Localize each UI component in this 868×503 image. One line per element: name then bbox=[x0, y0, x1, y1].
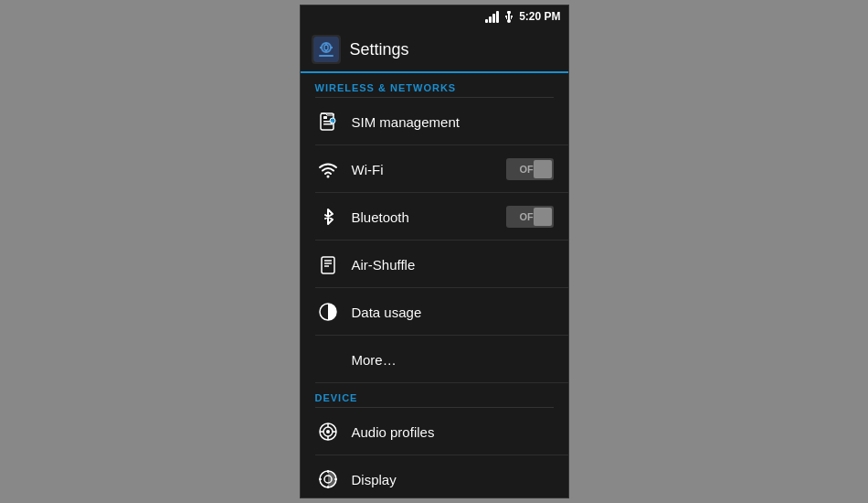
wifi-icon bbox=[315, 156, 341, 182]
status-time: 5:20 PM bbox=[519, 10, 560, 23]
menu-item-wifi[interactable]: Wi-Fi OFF bbox=[301, 145, 568, 193]
svg-point-2 bbox=[507, 19, 511, 23]
svg-rect-6 bbox=[511, 16, 512, 19]
air-shuffle-icon bbox=[315, 252, 341, 277]
menu-item-display[interactable]: Display bbox=[301, 455, 568, 498]
menu-item-more[interactable]: More… bbox=[301, 336, 568, 383]
menu-item-audio-profiles[interactable]: Audio profiles bbox=[301, 408, 568, 455]
svg-text:+: + bbox=[330, 119, 333, 124]
section-header-wireless: WIRELESS & NETWORKS bbox=[301, 73, 568, 97]
svg-rect-12 bbox=[330, 47, 333, 48]
svg-rect-11 bbox=[320, 47, 323, 48]
signal-icon bbox=[485, 10, 499, 23]
air-shuffle-label: Air-Shuffle bbox=[352, 257, 554, 273]
menu-item-air-shuffle[interactable]: Air-Shuffle bbox=[301, 241, 568, 288]
svg-rect-1 bbox=[508, 14, 510, 20]
svg-rect-22 bbox=[322, 257, 334, 273]
wifi-label: Wi-Fi bbox=[352, 162, 506, 177]
data-usage-label: Data usage bbox=[352, 305, 554, 320]
audio-profiles-label: Audio profiles bbox=[352, 424, 554, 440]
bluetooth-label: Bluetooth bbox=[352, 209, 506, 225]
menu-item-data-usage[interactable]: Data usage bbox=[301, 288, 568, 336]
display-label: Display bbox=[352, 472, 554, 487]
more-label: More… bbox=[352, 352, 554, 368]
svg-rect-5 bbox=[506, 16, 507, 19]
section-header-device: DEVICE bbox=[301, 383, 568, 407]
data-usage-icon bbox=[315, 299, 341, 325]
audio-profiles-icon bbox=[315, 419, 341, 444]
svg-point-21 bbox=[326, 176, 329, 178]
svg-rect-0 bbox=[507, 11, 511, 14]
svg-point-33 bbox=[326, 430, 330, 433]
svg-rect-14 bbox=[319, 55, 333, 57]
page-title: Settings bbox=[350, 40, 409, 59]
wifi-toggle[interactable]: OFF bbox=[506, 158, 554, 180]
bluetooth-toggle[interactable]: OFF bbox=[506, 206, 554, 228]
usb-icon bbox=[503, 10, 515, 23]
settings-app-icon bbox=[312, 35, 341, 64]
display-icon bbox=[315, 466, 341, 492]
bluetooth-icon bbox=[315, 204, 341, 230]
svg-rect-16 bbox=[323, 116, 327, 119]
content-area: WIRELESS & NETWORKS + SIM management bbox=[301, 73, 568, 498]
status-icons: 5:20 PM bbox=[485, 10, 560, 23]
menu-item-bluetooth[interactable]: Bluetooth OFF bbox=[301, 193, 568, 241]
sim-icon: + bbox=[315, 109, 341, 134]
title-bar: Settings bbox=[301, 27, 568, 73]
phone-screen: 5:20 PM Settings WIRELESS & NETWORKS bbox=[300, 5, 569, 498]
sim-label: SIM management bbox=[352, 114, 554, 130]
menu-item-sim[interactable]: + SIM management bbox=[301, 98, 568, 145]
status-bar: 5:20 PM bbox=[301, 5, 568, 27]
